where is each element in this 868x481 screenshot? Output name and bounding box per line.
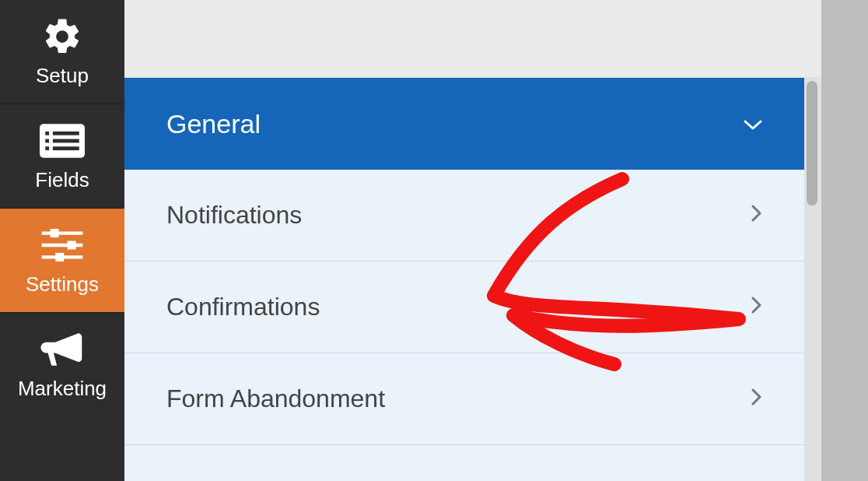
- svg-rect-12: [55, 253, 64, 262]
- panel-row-notifications[interactable]: Notifications: [124, 170, 804, 262]
- sidebar-item-label: Settings: [26, 272, 99, 297]
- chevron-right-icon: [751, 387, 762, 412]
- sidebar-item-settings[interactable]: Settings: [0, 209, 124, 313]
- panel-container: General Notifications Confirmations: [124, 78, 821, 481]
- scrollbar[interactable]: [804, 78, 821, 481]
- panel-row-label: Confirmations: [166, 293, 320, 321]
- top-bar: [124, 0, 821, 78]
- panel-header-title: General: [166, 109, 261, 139]
- sidebar-item-setup[interactable]: Setup: [0, 0, 124, 104]
- panel-row-label: Notifications: [166, 201, 302, 230]
- right-gutter: [821, 0, 868, 481]
- settings-panel: General Notifications Confirmations: [124, 78, 804, 481]
- main-area: General Notifications Confirmations: [124, 0, 821, 481]
- svg-rect-8: [51, 229, 59, 237]
- chevron-down-icon: [744, 111, 762, 136]
- svg-rect-5: [45, 146, 49, 150]
- svg-rect-2: [53, 132, 79, 135]
- sidebar-item-label: Fields: [35, 168, 89, 192]
- panel-list: Notifications Confirmations Form Abandon…: [124, 170, 804, 481]
- megaphone-icon: [40, 330, 84, 369]
- svg-rect-6: [53, 146, 79, 150]
- scrollbar-thumb[interactable]: [807, 81, 817, 205]
- svg-rect-3: [45, 139, 49, 143]
- sidebar-item-label: Marketing: [18, 377, 107, 401]
- list-icon: [40, 121, 85, 160]
- svg-rect-10: [68, 241, 76, 250]
- svg-rect-1: [45, 132, 49, 135]
- sidebar-item-fields[interactable]: Fields: [0, 104, 124, 209]
- chevron-right-icon: [751, 203, 762, 228]
- sidebar-item-marketing[interactable]: Marketing: [0, 313, 124, 416]
- panel-section-general[interactable]: General: [124, 78, 804, 170]
- panel-row-label: Form Abandonment: [166, 384, 385, 413]
- panel-row-confirmations[interactable]: Confirmations: [124, 262, 804, 353]
- panel-row-form-abandonment[interactable]: Form Abandonment: [124, 353, 804, 445]
- sidebar-item-label: Setup: [36, 64, 89, 88]
- chevron-right-icon: [751, 295, 762, 320]
- svg-rect-4: [53, 139, 79, 143]
- sidebar: Setup Fields Settings Marketing: [0, 0, 124, 481]
- gear-icon: [41, 17, 83, 56]
- sliders-icon: [40, 226, 84, 265]
